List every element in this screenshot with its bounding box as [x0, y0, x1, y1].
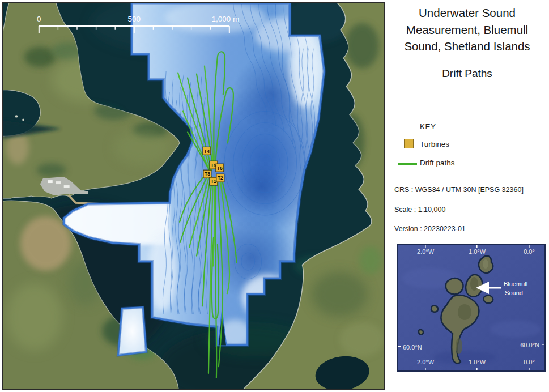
title-line-2: Measurement, Bluemull — [388, 22, 547, 39]
figure-underwater-sound-map: T4T5T6T3T1T2 0 500 1,000 m Underwater So… — [0, 0, 549, 392]
scale-label-0: 0 — [37, 15, 41, 23]
legend-heading: KEY — [420, 122, 436, 131]
turbine-marker-T4: T4 — [203, 147, 211, 155]
main-map: T4T5T6T3T1T2 0 500 1,000 m — [2, 2, 385, 390]
turbine-label: T2 — [218, 175, 223, 181]
inset-lon-top-2w: 2.0°W — [417, 248, 435, 255]
island-fetlar — [483, 296, 493, 304]
callout-label-2: Sound — [505, 289, 523, 296]
subtitle: Drift Paths — [388, 67, 547, 80]
turbine-label: T6 — [217, 165, 223, 171]
inset-lat-right: 60.0°N — [520, 342, 539, 348]
islet — [22, 119, 24, 121]
inset-lon-top-1w: 1.0°W — [469, 248, 486, 255]
version-note: Version : 20230223-01 — [394, 225, 466, 233]
inset-lon-bottom-0: 0.0° — [524, 359, 535, 365]
islet — [15, 115, 18, 117]
turbine-marker-T3: T3 — [203, 170, 211, 178]
legend-drift-label: Drift paths — [420, 159, 455, 167]
callout-label-1: Bluemull — [504, 280, 527, 287]
island-northmavine — [446, 278, 463, 294]
turbine-marker-T2: T2 — [216, 174, 224, 182]
inset-lat-left: 60.0°N — [403, 344, 422, 351]
turbine-label: T3 — [205, 172, 210, 177]
title-line-1: Underwater Sound — [388, 5, 547, 22]
legend-turbine-swatch — [404, 139, 414, 148]
scale-label-1000: 1,000 m — [212, 15, 240, 23]
island-west — [431, 306, 438, 312]
inset-lon-bottom-1w: 1.0°W — [469, 359, 486, 365]
scale-note: Scale : 1:10,000 — [394, 206, 445, 214]
crs-note: CRS : WGS84 / UTM 30N [EPSG 32360] — [394, 186, 524, 194]
legend-turbines-label: Turbines — [420, 140, 449, 148]
scale-label-500: 500 — [128, 15, 141, 23]
turbine-label: T1 — [211, 178, 216, 184]
turbine-marker-T6: T6 — [216, 164, 224, 172]
page-title: Underwater Sound Measurement, Bluemull S… — [388, 5, 547, 55]
inset-locator-map: 2.0°W 1.0°W 0.0° 2.0°W 1.0°W 0.0° 60.0°N… — [397, 244, 546, 372]
legend-drift-swatch — [398, 163, 417, 165]
inset-lon-top-0: 0.0° — [524, 248, 535, 255]
island-foula — [419, 330, 423, 335]
arrow-shaft — [487, 287, 501, 289]
turbine-label: T4 — [204, 148, 210, 154]
title-line-3: Sound, Shetland Islands — [388, 38, 547, 55]
inset-lon-bottom-2w: 2.0°W — [417, 359, 435, 365]
bathymetry-patch — [118, 307, 146, 355]
